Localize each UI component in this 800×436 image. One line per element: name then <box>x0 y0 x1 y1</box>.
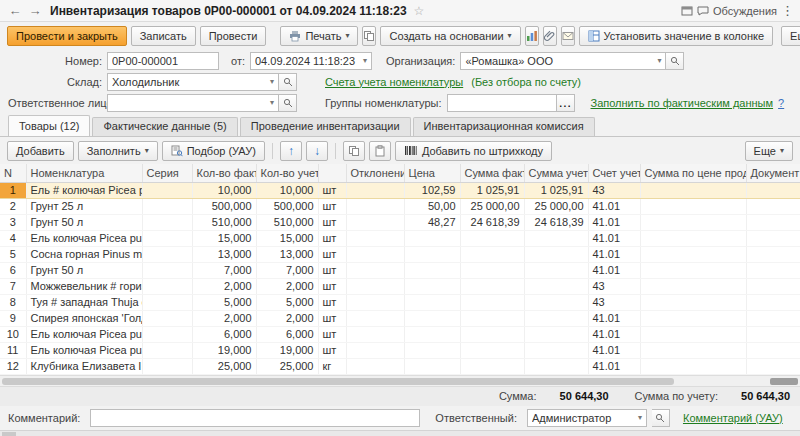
cell-unit[interactable]: шт <box>318 342 346 358</box>
app-window-icon[interactable] <box>681 5 693 17</box>
cell-qty_acc[interactable]: 10,000 <box>256 182 318 198</box>
cell-qty_fact[interactable]: 2,000 <box>192 278 256 294</box>
column-header-sum_acc[interactable]: Сумма учет <box>524 164 588 182</box>
cell-doc[interactable] <box>746 278 800 294</box>
cell-price[interactable] <box>404 358 460 374</box>
cell-sum_acc[interactable] <box>524 230 588 246</box>
cell-price[interactable] <box>404 326 460 342</box>
cell-sum_fact[interactable] <box>460 358 524 374</box>
scrollbar-thumb[interactable] <box>2 378 674 385</box>
attachments-button[interactable] <box>543 26 557 46</box>
cell-dev[interactable] <box>346 310 404 326</box>
cell-qty_acc[interactable]: 2,000 <box>256 310 318 326</box>
cell-dev[interactable] <box>346 246 404 262</box>
cell-qty_fact[interactable]: 510,000 <box>192 214 256 230</box>
warehouse-field[interactable]: Холодильник ▾ <box>107 73 279 91</box>
cell-account[interactable]: 41.01 <box>588 230 640 246</box>
cell-price[interactable] <box>404 278 460 294</box>
column-header-series[interactable]: Серия <box>142 164 192 182</box>
table-row[interactable]: 12Клубника Елизавета II 1 с...25,00025,0… <box>0 358 800 374</box>
cell-sum_fact[interactable] <box>460 326 524 342</box>
cell-series[interactable] <box>142 230 192 246</box>
cell-price[interactable] <box>404 246 460 262</box>
cell-doc[interactable] <box>746 326 800 342</box>
help-link[interactable]: ? <box>778 97 784 109</box>
table-row[interactable]: 5Сосна горная Pinus mugo ...13,00013,000… <box>0 246 800 262</box>
cell-series[interactable] <box>142 182 192 198</box>
fill-by-actual-data-link[interactable]: Заполнить по фактическим данным <box>591 97 774 109</box>
cell-sale_sum[interactable] <box>640 310 746 326</box>
cell-sum_fact[interactable] <box>460 294 524 310</box>
set-column-value-button[interactable]: Установить значение в колонке <box>579 26 774 46</box>
cell-name[interactable]: Ель колючая Picea punge... <box>26 230 142 246</box>
cell-sum_acc[interactable] <box>524 342 588 358</box>
cell-doc[interactable] <box>746 342 800 358</box>
save-button[interactable]: Записать <box>131 26 196 46</box>
cell-dev[interactable] <box>346 198 404 214</box>
cell-doc[interactable] <box>746 214 800 230</box>
cell-n[interactable]: 12 <box>0 358 26 374</box>
cell-qty_fact[interactable]: 15,000 <box>192 230 256 246</box>
cell-sum_fact[interactable] <box>460 246 524 262</box>
table-row[interactable]: 9Спирея японская 'Голден ...2,0002,000шт… <box>0 310 800 326</box>
cell-series[interactable] <box>142 326 192 342</box>
move-down-button[interactable]: ↓ <box>306 141 328 161</box>
cell-name[interactable]: Можжевельник # горизонт... <box>26 278 142 294</box>
cell-series[interactable] <box>142 246 192 262</box>
cell-account[interactable]: 43 <box>588 182 640 198</box>
cell-sum_acc[interactable]: 25 000,00 <box>524 198 588 214</box>
cell-sum_acc[interactable] <box>524 246 588 262</box>
move-up-button[interactable]: ↑ <box>280 141 302 161</box>
cell-sum_fact[interactable]: 25 000,00 <box>460 198 524 214</box>
cell-price[interactable]: 48,27 <box>404 214 460 230</box>
cell-dev[interactable] <box>346 214 404 230</box>
cell-unit[interactable]: шт <box>318 278 346 294</box>
number-field[interactable]: 0Р00-000001 <box>107 52 219 70</box>
organization-open-button[interactable] <box>666 52 684 70</box>
cell-account[interactable]: 41.01 <box>588 326 640 342</box>
cell-qty_fact[interactable]: 19,000 <box>192 342 256 358</box>
item-groups-choose-button[interactable]: … <box>557 94 575 112</box>
column-header-dev[interactable]: Отклонение <box>346 164 404 182</box>
send-email-button[interactable] <box>561 26 575 46</box>
cell-sale_sum[interactable] <box>640 326 746 342</box>
tab-actual-data[interactable]: Фактические данные (5) <box>92 117 237 136</box>
cell-n[interactable]: 2 <box>0 198 26 214</box>
organization-field[interactable]: «Ромашка» ООО ▾ <box>460 52 666 70</box>
cell-qty_acc[interactable]: 500,000 <box>256 198 318 214</box>
cell-series[interactable] <box>142 278 192 294</box>
cell-account[interactable]: 41.01 <box>588 246 640 262</box>
cell-unit[interactable]: шт <box>318 262 346 278</box>
cell-sum_acc[interactable] <box>524 326 588 342</box>
cell-qty_acc[interactable]: 5,000 <box>256 294 318 310</box>
cell-sum_acc[interactable]: 24 618,39 <box>524 214 588 230</box>
calendar-dropdown-icon[interactable]: ▾ <box>363 56 367 65</box>
table-row[interactable]: 10Ель колючая Picea punge...6,0006,000шт… <box>0 326 800 342</box>
cell-qty_acc[interactable]: 7,000 <box>256 262 318 278</box>
cell-sum_acc[interactable] <box>524 278 588 294</box>
cell-sum_fact[interactable]: 1 025,91 <box>460 182 524 198</box>
column-header-account[interactable]: Счет учета <box>588 164 640 182</box>
combo-arrow-icon[interactable]: ▾ <box>270 77 274 86</box>
cell-qty_acc[interactable]: 19,000 <box>256 342 318 358</box>
cell-series[interactable] <box>142 214 192 230</box>
reports-button[interactable] <box>525 26 539 46</box>
cell-dev[interactable] <box>346 262 404 278</box>
cell-price[interactable] <box>404 342 460 358</box>
column-header-n[interactable]: N <box>0 164 26 182</box>
tab-inventory-commission[interactable]: Инвентаризационная комиссия <box>413 117 595 136</box>
resize-grip[interactable] <box>2 432 16 436</box>
cell-doc[interactable] <box>746 198 800 214</box>
cell-sum_acc[interactable] <box>524 262 588 278</box>
cell-qty_acc[interactable]: 2,000 <box>256 278 318 294</box>
pick-button[interactable]: Подбор (УАУ) <box>162 141 265 161</box>
table-row[interactable]: 8Туя # западная Thuja occi...5,0005,000ш… <box>0 294 800 310</box>
tab-goods[interactable]: Товары (12) <box>8 115 90 136</box>
cell-account[interactable]: 43 <box>588 294 640 310</box>
cell-name[interactable]: Грунт 50 л <box>26 262 142 278</box>
cell-n[interactable]: 5 <box>0 246 26 262</box>
comment-input[interactable] <box>90 409 420 427</box>
cell-doc[interactable] <box>746 230 800 246</box>
cell-account[interactable]: 41.01 <box>588 358 640 374</box>
cell-price[interactable] <box>404 294 460 310</box>
